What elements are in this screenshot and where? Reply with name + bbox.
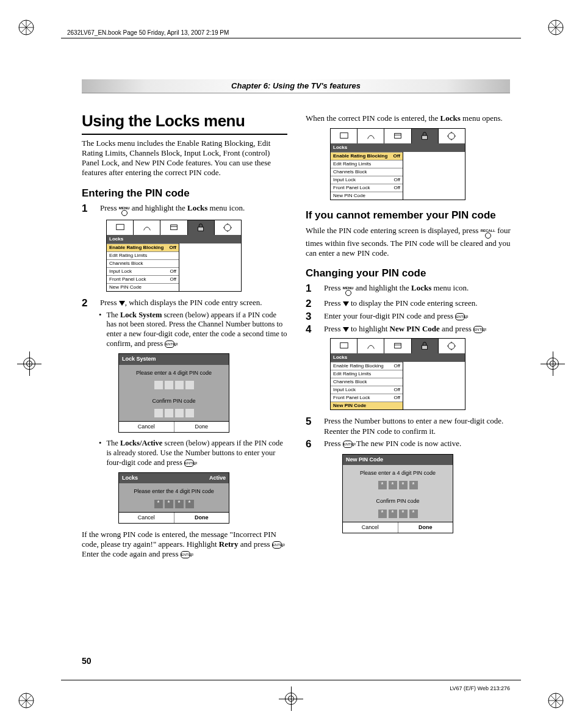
osd-new-pin-highlight: Locks Enable Rating BlockingOffEdit Rati…: [330, 338, 465, 410]
osd-row: Edit Rating Limits: [331, 160, 403, 168]
locks-active-dialog: LocksActive Please enter the 4 digit PIN…: [118, 472, 229, 524]
osd-row: Enable Rating BlockingOff: [331, 152, 403, 160]
change-step-2: 2 Press to display the PIN code entering…: [306, 298, 511, 309]
page-number: 50: [82, 656, 92, 666]
osd-locks-menu-open: Locks Enable Rating BlockingOffEdit Rati…: [330, 128, 465, 200]
svg-rect-4: [116, 224, 123, 229]
down-arrow-icon: [119, 301, 125, 306]
svg-rect-23: [395, 344, 401, 348]
osd-row: Front Panel LockOff: [107, 275, 179, 283]
menu-button-icon: MENU: [343, 286, 354, 296]
svg-point-17: [448, 133, 455, 140]
osd-row: Front Panel LockOff: [331, 394, 403, 402]
section-heading: Using the Locks menu: [82, 111, 287, 135]
chapter-header: Chapter 6: Using the TV's features: [82, 79, 510, 93]
bullet-locks-active: • The Locks/Active screen (below) appear…: [99, 439, 287, 467]
svg-point-8: [225, 224, 231, 231]
down-arrow-icon: [343, 327, 349, 332]
svg-rect-25: [422, 345, 428, 349]
forgot-paragraph: While the PIN code entering screen is di…: [306, 226, 511, 259]
svg-rect-13: [340, 133, 347, 139]
svg-rect-16: [422, 135, 428, 139]
lock-tab-icon: [188, 220, 215, 235]
subheading-forgot-pin: If you cannot remember your PIN code: [306, 209, 511, 222]
enter-button-icon: ENTER: [272, 541, 282, 549]
enter-button-icon: ENTER: [455, 313, 465, 320]
top-rule: [61, 38, 521, 38]
crop-mark-icon: [18, 20, 34, 35]
change-step-4: 4 Press to highlight New PIN Code and pr…: [306, 324, 511, 334]
osd-row: Enable Rating BlockingOff: [331, 362, 403, 370]
registration-cross-icon: [541, 351, 565, 376]
enter-button-icon: ENTER: [343, 441, 353, 448]
book-meta: 2632LV67_EN.book Page 50 Friday, April 1…: [67, 29, 229, 36]
svg-rect-22: [340, 343, 347, 348]
osd-row: Edit Rating Limits: [107, 251, 179, 259]
osd-row: Input LockOff: [107, 267, 179, 275]
subheading-change-pin: Changing your PIN code: [306, 267, 511, 279]
svg-rect-7: [198, 227, 204, 231]
lock-tab-icon: [412, 129, 439, 143]
subheading-entering-pin: Entering the PIN code: [82, 187, 287, 200]
registration-cross-icon: [17, 351, 41, 376]
wrong-pin-paragraph: If the wrong PIN code is entered, the me…: [82, 530, 287, 560]
step-2: 2 Press , which displays the PIN code en…: [82, 298, 287, 308]
bottom-rule: [61, 680, 521, 680]
osd-row: New PIN Code: [107, 283, 179, 291]
enter-button-icon: ENTER: [473, 326, 483, 333]
osd-row: Enable Rating BlockingOff: [107, 243, 179, 251]
crop-mark-icon: [18, 693, 34, 708]
change-step-1: 1 Press MENU and highlight the Locks men…: [306, 283, 511, 296]
enter-button-icon: ENTER: [184, 460, 194, 467]
lock-system-dialog: Lock System Please enter a 4 digit PIN c…: [118, 353, 229, 433]
enter-button-icon: ENTER: [181, 551, 190, 558]
change-step-5: 5 Press the Number buttons to enter a ne…: [306, 416, 511, 436]
osd-row: Front Panel LockOff: [331, 184, 403, 192]
crop-mark-icon: [548, 20, 564, 35]
osd-row: Channels Block: [331, 378, 403, 386]
osd-row: Input LockOff: [331, 176, 403, 184]
enter-button-icon: ENTER: [165, 341, 174, 348]
step-1: 1 Press MENU and highlight the Locks men…: [82, 203, 287, 216]
menu-button-icon: MENU: [119, 206, 130, 216]
change-step-3: 3 Enter your four-digit PIN code and pre…: [306, 311, 511, 322]
osd-row: Edit Rating Limits: [331, 370, 403, 378]
osd-row: Channels Block: [107, 259, 179, 267]
recall-button-icon: RECALL: [481, 229, 495, 239]
svg-point-26: [448, 343, 455, 350]
registration-cross-icon: [279, 687, 303, 711]
intro-paragraph: The Locks menu includes the Enable Ratin…: [82, 139, 287, 178]
svg-rect-14: [395, 134, 401, 139]
osd-locks-menu: Locks Enable Rating BlockingOffEdit Rati…: [106, 220, 242, 292]
new-pin-dialog: New PIN Code Please enter a 4 digit PIN …: [342, 454, 453, 533]
svg-rect-5: [171, 225, 178, 229]
osd-row: New PIN Code: [331, 192, 403, 200]
col2-intro: When the correct PIN code is entered, th…: [306, 114, 511, 123]
lock-tab-icon: [412, 339, 439, 353]
footer-code: LV67 (E/F) Web 213:276: [450, 685, 510, 691]
osd-row: New PIN Code: [331, 402, 403, 409]
osd-row: Input LockOff: [331, 386, 403, 394]
down-arrow-icon: [343, 301, 349, 306]
osd-row: Channels Block: [331, 168, 403, 176]
bullet-lock-system: • The Lock System screen (below) appears…: [99, 311, 287, 349]
crop-mark-icon: [548, 693, 564, 708]
change-step-6: 6 Press ENTER. The new PIN code is now a…: [306, 439, 511, 449]
